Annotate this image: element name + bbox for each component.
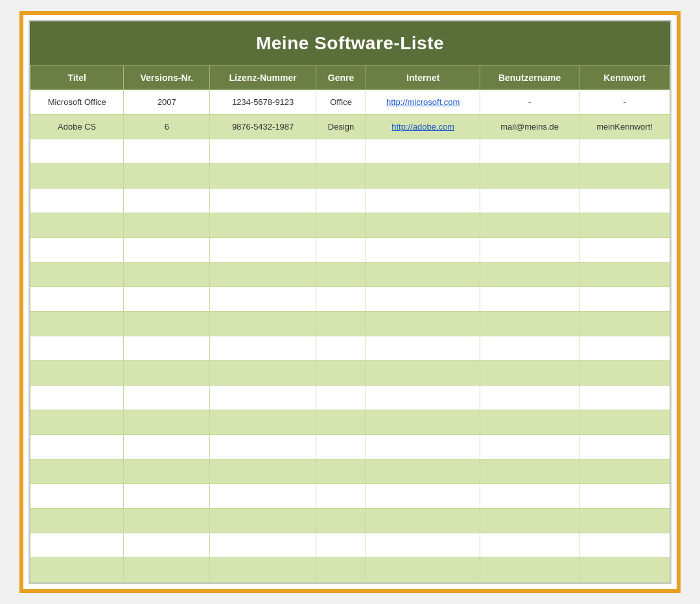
- table-cell-empty: [480, 164, 579, 189]
- table-cell-empty: [124, 312, 210, 336]
- table-cell-empty: [124, 459, 210, 484]
- table-cell-empty: [579, 139, 670, 164]
- table-cell-empty: [316, 435, 366, 459]
- table-cell-empty: [366, 164, 480, 189]
- table-cell: Adobe CS: [30, 115, 124, 139]
- internet-link[interactable]: http://microsoft.com: [386, 97, 460, 107]
- table-cell-empty: [210, 386, 316, 410]
- table-cell-empty: [210, 533, 316, 558]
- software-table: Titel Versions-Nr. Lizenz-Nummer Genre I…: [30, 65, 670, 583]
- table-cell-empty: [316, 386, 366, 410]
- table-cell-empty: [316, 164, 366, 189]
- table-cell-empty: [480, 287, 579, 312]
- table-cell-empty: [480, 533, 579, 558]
- table-cell-empty: [480, 238, 579, 262]
- table-cell-empty: [30, 287, 124, 312]
- table-cell-empty: [480, 336, 579, 361]
- table-cell: Microsoft Office: [30, 90, 124, 115]
- col-header-benutzername: Benutzername: [480, 66, 579, 90]
- table-cell-empty: [316, 139, 366, 164]
- table-row-empty: [30, 386, 670, 410]
- table-cell-empty: [124, 509, 210, 533]
- table-cell: Office: [316, 90, 366, 115]
- col-header-kennwort: Kennwort: [579, 66, 670, 90]
- table-cell-empty: [579, 386, 670, 410]
- table-cell[interactable]: http://adobe.com: [366, 115, 480, 139]
- table-cell: meinKennwort!: [579, 115, 670, 139]
- table-cell-empty: [210, 238, 316, 262]
- table-cell-empty: [366, 410, 480, 435]
- col-header-titel: Titel: [30, 66, 124, 90]
- table-cell: 9876-5432-1987: [210, 115, 316, 139]
- table-row-empty: [30, 484, 670, 509]
- table-row-empty: [30, 164, 670, 189]
- table-cell-empty: [30, 386, 124, 410]
- table-cell-empty: [30, 533, 124, 558]
- table-cell-empty: [210, 164, 316, 189]
- page-title: Meine Software-Liste: [36, 33, 664, 54]
- table-cell-empty: [30, 509, 124, 533]
- table-cell-empty: [579, 484, 670, 509]
- table-cell-empty: [30, 262, 124, 287]
- table-cell-empty: [579, 238, 670, 262]
- table-cell-empty: [124, 164, 210, 189]
- table-row-empty: [30, 336, 670, 361]
- table-cell-empty: [30, 435, 124, 459]
- table-cell-empty: [366, 336, 480, 361]
- col-header-version: Versions-Nr.: [124, 66, 210, 90]
- table-cell-empty: [366, 238, 480, 262]
- table-cell-empty: [124, 189, 210, 213]
- table-row-empty: [30, 459, 670, 484]
- table-cell: mail@meins.de: [480, 115, 579, 139]
- table-cell-empty: [30, 238, 124, 262]
- table-cell-empty: [30, 459, 124, 484]
- table-cell-empty: [480, 386, 579, 410]
- table-cell-empty: [124, 336, 210, 361]
- table-cell-empty: [579, 558, 670, 583]
- table-cell-empty: [210, 459, 316, 484]
- table-cell-empty: [30, 312, 124, 336]
- internet-link[interactable]: http://adobe.com: [391, 122, 454, 132]
- table-cell[interactable]: http://microsoft.com: [366, 90, 480, 115]
- table-cell-empty: [124, 484, 210, 509]
- table-cell-empty: [480, 189, 579, 213]
- table-cell-empty: [124, 533, 210, 558]
- table-cell-empty: [480, 435, 579, 459]
- table-cell-empty: [124, 435, 210, 459]
- table-cell-empty: [366, 435, 480, 459]
- table-cell-empty: [366, 139, 480, 164]
- table-row-empty: [30, 312, 670, 336]
- table-cell-empty: [366, 509, 480, 533]
- table-cell-empty: [579, 435, 670, 459]
- table-cell-empty: [366, 287, 480, 312]
- table-cell-empty: [480, 459, 579, 484]
- table-row-empty: [30, 213, 670, 238]
- table-row-empty: [30, 139, 670, 164]
- table-cell: 1234-5678-9123: [210, 90, 316, 115]
- table-cell: -: [579, 90, 670, 115]
- table-cell-empty: [579, 164, 670, 189]
- table-cell-empty: [210, 189, 316, 213]
- table-cell-empty: [480, 509, 579, 533]
- table-cell-empty: [30, 361, 124, 386]
- table-cell-empty: [316, 558, 366, 583]
- table-cell-empty: [30, 213, 124, 238]
- table-cell: 2007: [124, 90, 210, 115]
- table-cell-empty: [30, 139, 124, 164]
- table-row-empty: [30, 262, 670, 287]
- table-cell: 6: [124, 115, 210, 139]
- table-cell-empty: [366, 361, 480, 386]
- table-cell-empty: [316, 361, 366, 386]
- table-cell: Design: [316, 115, 366, 139]
- table-cell-empty: [366, 484, 480, 509]
- table-cell-empty: [30, 410, 124, 435]
- col-header-genre: Genre: [316, 66, 366, 90]
- table-row-empty: [30, 238, 670, 262]
- table-cell-empty: [124, 262, 210, 287]
- table-cell-empty: [124, 238, 210, 262]
- inner-container: Meine Software-Liste Titel Versions-Nr. …: [29, 20, 671, 584]
- table-cell-empty: [480, 410, 579, 435]
- table-row-empty: [30, 189, 670, 213]
- title-bar: Meine Software-Liste: [30, 21, 670, 65]
- table-cell-empty: [579, 287, 670, 312]
